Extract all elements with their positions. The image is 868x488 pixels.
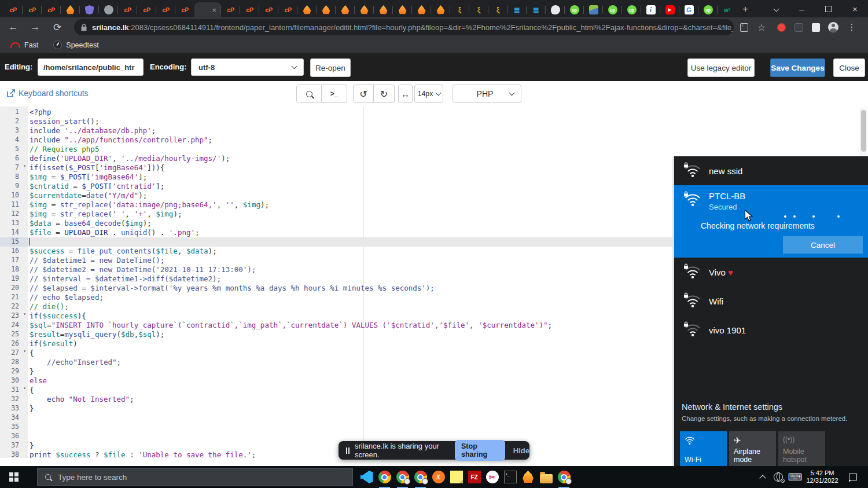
browser-tab[interactable] (393, 2, 412, 17)
keyboard-icon[interactable]: ⌨ (787, 466, 803, 488)
taskbar-chrome-profile-icon[interactable] (555, 466, 573, 488)
browser-tab[interactable] (412, 2, 431, 17)
hide-share-bar-button[interactable]: Hide (513, 446, 529, 455)
new-tab-button[interactable]: + (742, 3, 748, 15)
browser-tab[interactable]: w³ (718, 2, 737, 17)
profile-avatar[interactable] (825, 17, 841, 37)
close-window-button[interactable]: × (852, 4, 858, 14)
close-editor-button[interactable]: Close (833, 58, 865, 77)
no-internet-globe-icon[interactable] (771, 466, 786, 488)
browser-tab[interactable]: cP (221, 2, 240, 17)
dark-extension-icon[interactable] (790, 17, 807, 37)
browser-tab[interactable] (297, 2, 317, 17)
code-line[interactable]: // Requires php5 (30, 145, 860, 154)
undo-button[interactable]: ↺ (353, 85, 374, 103)
browser-tab[interactable]: cP (175, 2, 194, 17)
reopen-button[interactable]: Re-open (310, 58, 351, 77)
fold-arrow-icon[interactable]: ▾ (23, 311, 26, 317)
start-button[interactable] (0, 466, 28, 488)
share-icon[interactable] (736, 17, 752, 37)
fold-arrow-icon[interactable]: ▾ (23, 386, 26, 391)
taskbar-chrome-icon[interactable] (376, 466, 393, 488)
browser-tab[interactable] (374, 2, 393, 17)
wifi-network-item[interactable]: Vivo ♥ (674, 258, 868, 287)
browser-tab[interactable]: cP (240, 2, 259, 17)
bookmark-fast[interactable]: Fast (10, 41, 38, 49)
code-line[interactable]: <?php (30, 108, 860, 117)
browser-tab[interactable] (355, 2, 374, 17)
back-icon[interactable]: ← (5, 17, 22, 37)
browser-tab[interactable] (546, 2, 565, 17)
taskbar-terminal-icon[interactable]: ›_ (501, 466, 519, 488)
browser-tab[interactable]: ≣ (507, 2, 527, 17)
taskbar-chrome-profile-icon[interactable] (411, 466, 429, 488)
browser-tab[interactable]: ▶ (660, 2, 679, 17)
browser-tab[interactable]: up (565, 2, 584, 17)
browser-tab[interactable]: cP (137, 2, 156, 17)
tab-search-chevron-icon[interactable] (774, 6, 779, 12)
taskbar-sticky-notes-icon[interactable] (447, 466, 465, 488)
browser-tab[interactable]: up (622, 2, 641, 17)
browser-tab[interactable]: G (679, 2, 698, 17)
maximize-button[interactable] (825, 6, 832, 12)
browser-tab[interactable]: cP (3, 2, 23, 17)
browser-tab[interactable] (99, 2, 118, 17)
bookmark-speedtest[interactable]: Speedtest (53, 41, 98, 49)
tray-expand-chevron-icon[interactable] (756, 466, 770, 488)
scrollbar-thumb[interactable] (861, 110, 866, 152)
code-line[interactable]: session_start(); (30, 117, 860, 126)
wifi-network-item[interactable]: Wifi (674, 287, 868, 315)
bookmark-star-icon[interactable]: ☆ (753, 17, 770, 37)
browser-tab[interactable]: i (641, 2, 660, 17)
code-line[interactable]: include '../database/db.php'; (30, 126, 860, 135)
forward-icon[interactable]: → (27, 17, 44, 37)
language-select[interactable]: PHP (453, 85, 521, 103)
stop-sharing-button[interactable]: Stop sharing (455, 440, 505, 461)
fold-arrow-icon[interactable]: ▾ (23, 348, 26, 354)
wrap-toggle-button[interactable]: ↔ (398, 85, 413, 103)
browser-menu-icon[interactable]: ⋮ (844, 17, 860, 37)
browser-tab[interactable]: up (698, 2, 718, 17)
light-extension-icon[interactable] (808, 17, 824, 37)
url-bar[interactable]: srilance.lk:2083/cpsess0684114911/fronte… (74, 19, 734, 35)
network-settings-link[interactable]: Network & Internet settings (682, 402, 782, 412)
browser-tab[interactable]: ξ (450, 2, 469, 17)
save-changes-button[interactable]: Save Changes (770, 58, 825, 77)
cancel-button[interactable]: Cancel (783, 236, 863, 254)
legacy-editor-button[interactable]: Use legacy editor (687, 58, 755, 77)
minimize-button[interactable]: – (799, 4, 804, 14)
taskbar-explorer-icon[interactable] (537, 466, 555, 488)
search-button[interactable] (296, 85, 322, 103)
taskbar-snipping-icon[interactable]: ✂ (483, 466, 501, 488)
wifi-network-item[interactable]: new ssid (674, 156, 868, 185)
browser-tab[interactable]: cP (42, 2, 61, 17)
browser-tab[interactable] (80, 2, 99, 17)
taskbar-flame-app-icon[interactable] (519, 466, 537, 488)
browser-tab[interactable]: cP (23, 2, 42, 17)
close-tab-icon[interactable]: × (212, 6, 216, 14)
browser-tab[interactable]: cP (118, 2, 137, 17)
taskbar-search[interactable]: Type here to search (37, 468, 353, 486)
browser-tab[interactable]: cP (259, 2, 278, 17)
adblock-extension-icon[interactable] (773, 17, 789, 37)
browser-tab[interactable]: ≣ (527, 2, 546, 17)
airplane-mode-tile[interactable]: ✈ Airplane mode (729, 431, 776, 466)
encoding-select[interactable]: utf-8 (191, 58, 304, 76)
browser-tab[interactable]: ξ (488, 2, 507, 17)
taskbar-filezilla-icon[interactable]: FZ (465, 466, 483, 488)
action-center-icon[interactable] (845, 466, 861, 488)
wifi-network-item[interactable]: vivo 1901 (674, 315, 868, 344)
browser-tab[interactable] (317, 2, 336, 17)
browser-tab[interactable]: up (603, 2, 622, 17)
font-size-dropdown[interactable]: 14px (414, 85, 443, 103)
fold-arrow-icon[interactable]: ▾ (23, 163, 26, 168)
browser-tab[interactable]: cP (278, 2, 297, 17)
browser-tab-active[interactable]: × (194, 2, 221, 17)
wifi-tile[interactable]: Wi-Fi (680, 431, 727, 466)
browser-tab[interactable] (336, 2, 355, 17)
browser-tab[interactable] (61, 2, 80, 17)
taskbar-chrome-profile-icon[interactable] (393, 466, 411, 488)
browser-tab[interactable]: ξ (469, 2, 488, 17)
file-path-field[interactable]: /home/srilance/public_htr (38, 58, 144, 76)
terminal-button[interactable]: >_ (321, 85, 347, 103)
